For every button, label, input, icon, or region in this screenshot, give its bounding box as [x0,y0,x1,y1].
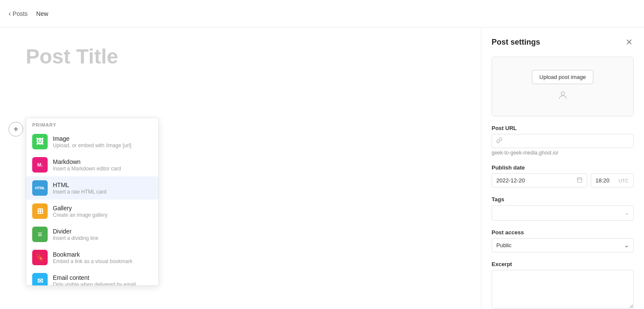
gallery-card-name: Gallery [53,205,152,212]
post-access-field: Post access Public ⌄ [492,229,634,252]
publish-date-label: Publish date [492,164,634,171]
divider-card-desc: Insert a dividing line [53,235,152,241]
post-access-select[interactable]: Public ⌄ [492,238,634,252]
post-access-value: Public [496,242,511,248]
card-item-markdown[interactable]: M↓ Markdown Insert a Markdown editor car… [26,153,158,176]
card-item-email[interactable]: ✉ Email content Only visible when delive… [26,269,158,285]
timezone-label: UTC [619,178,629,183]
post-url-input-wrap [492,134,634,148]
add-card-button-wrap: + [9,122,23,136]
post-url-label: Post URL [492,125,634,131]
card-item-html[interactable]: HTML HTML Insert a raw HTML card [26,176,158,200]
email-card-desc: Only visible when delivered by email [53,282,152,286]
post-access-label: Post access [492,229,634,236]
bookmark-card-desc: Embed a link as a visual bookmark [53,258,152,264]
time-input[interactable] [595,177,616,184]
post-url-input[interactable] [505,138,629,144]
publish-date-field: Publish date UTC [492,164,634,188]
image-card-text: Image Upload, or embed with /image [url] [53,135,152,148]
close-sidebar-button[interactable]: ✕ [625,36,634,48]
main-layout: Post Title + PRIMARY 🖼 Image Upload, or … [0,27,644,309]
sidebar-header: Post settings ✕ [492,36,634,48]
divider-card-text: Divider Insert a dividing line [53,228,152,241]
date-input[interactable] [496,177,574,184]
svg-rect-1 [577,178,582,182]
email-card-name: Email content [53,274,152,281]
post-title[interactable]: Post Title [26,45,455,68]
tags-chevron-icon: ⌄ [625,210,629,216]
bookmark-card-text: Bookmark Embed a link as a visual bookma… [53,251,152,264]
upload-image-area: Upload post image [492,57,634,116]
html-card-text: HTML Insert a raw HTML card [53,182,152,195]
excerpt-label: Excerpt [492,261,634,267]
post-url-field: Post URL geek-to-geek-media.ghost.io/ [492,125,634,156]
person-icon [558,90,568,103]
card-item-gallery[interactable]: ⊞ Gallery Create an image gallery [26,200,158,223]
sidebar-title: Post settings [492,38,540,47]
image-card-name: Image [53,135,152,142]
card-item-bookmark[interactable]: 🔖 Bookmark Embed a link as a visual book… [26,246,158,269]
add-card-button[interactable]: + [9,122,23,136]
card-item-image[interactable]: 🖼 Image Upload, or embed with /image [ur… [26,130,158,153]
excerpt-field: Excerpt [492,261,634,309]
email-card-text: Email content Only visible when delivere… [53,274,152,286]
markdown-card-name: Markdown [53,158,152,165]
divider-card-icon: ≡ [32,227,48,242]
gallery-card-icon: ⊞ [32,203,48,219]
gallery-card-desc: Create an image gallery [53,212,152,218]
image-card-icon: 🖼 [32,134,48,149]
date-time-row: UTC [492,173,634,188]
image-card-desc: Upload, or embed with /image [url] [53,142,152,148]
card-item-divider[interactable]: ≡ Divider Insert a dividing line [26,223,158,246]
top-bar: ‹ Posts New [0,0,644,27]
bookmark-card-name: Bookmark [53,251,152,258]
excerpt-input[interactable] [492,270,634,309]
right-sidebar: Post settings ✕ Upload post image Post U… [481,27,644,309]
tags-label: Tags [492,196,634,203]
breadcrumb-current: New [36,10,48,17]
section-primary-label: PRIMARY [26,118,158,130]
editor-area: Post Title + PRIMARY 🖼 Image Upload, or … [0,27,481,309]
markdown-card-desc: Insert a Markdown editor card [53,166,152,172]
card-picker-scroll: PRIMARY 🖼 Image Upload, or embed with /i… [26,118,158,285]
back-label: Posts [12,10,27,17]
access-chevron-icon: ⌄ [624,242,629,248]
svg-point-0 [561,92,565,95]
bookmark-card-icon: 🔖 [32,250,48,265]
date-input-wrap [492,173,587,188]
html-card-icon: HTML [32,180,48,196]
gallery-card-text: Gallery Create an image gallery [53,205,152,218]
html-card-desc: Insert a raw HTML card [53,189,152,195]
time-input-wrap: UTC [591,173,634,188]
markdown-card-icon: M↓ [32,157,48,173]
back-chevron-icon: ‹ [9,10,11,18]
link-icon [496,137,502,145]
tags-input[interactable]: ⌄ [492,205,634,221]
markdown-card-text: Markdown Insert a Markdown editor card [53,158,152,172]
card-picker-dropdown: PRIMARY 🖼 Image Upload, or embed with /i… [26,118,159,286]
html-card-name: HTML [53,182,152,188]
email-card-icon: ✉ [32,273,48,285]
calendar-icon [577,177,583,184]
back-link[interactable]: ‹ Posts [9,10,27,18]
divider-card-name: Divider [53,228,152,235]
upload-image-button[interactable]: Upload post image [532,70,593,84]
post-url-hint: geek-to-geek-media.ghost.io/ [492,150,634,156]
tags-field: Tags ⌄ [492,196,634,221]
